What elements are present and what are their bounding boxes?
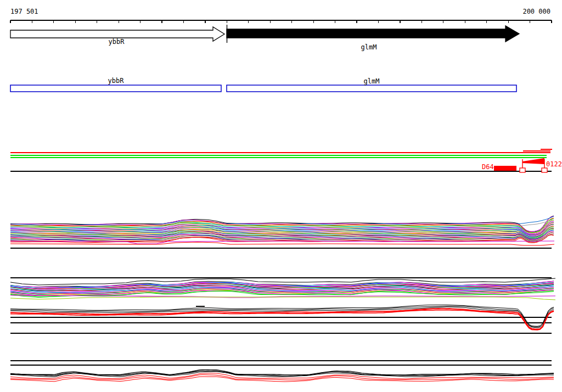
genome-comparison-view: 197 501 200 000 ybbR glmM ybbR glmM D64 … — [0, 0, 562, 392]
ruler-scale — [10, 20, 552, 23]
gene-arrow-label-glmM: glmM — [361, 43, 377, 51]
similarity-plot-upper — [10, 216, 554, 245]
gene-arrow-label-ybbR: ybbR — [109, 38, 125, 46]
feature-wedge[interactable] — [522, 158, 544, 164]
plot-line — [10, 371, 554, 376]
gene-box-label-ybbR: ybbR — [108, 77, 125, 85]
plot-extra-line — [10, 297, 555, 300]
gene-arrow-track — [10, 25, 519, 43]
annotation-track — [10, 149, 552, 172]
feature-label-d64: D64 — [482, 163, 494, 171]
feature-small-box[interactable] — [542, 168, 547, 172]
similarity-plots — [10, 216, 555, 382]
gene-box-track — [10, 85, 516, 92]
canvas: 197 501 200 000 ybbR glmM ybbR glmM D64 … — [0, 0, 562, 392]
plot-line — [10, 310, 554, 330]
gene-box-glmM[interactable] — [227, 85, 516, 92]
feature-box-d64[interactable] — [494, 166, 516, 171]
feature-small-box[interactable] — [520, 168, 525, 172]
ruler-end-label: 200 000 — [522, 8, 550, 15]
plot-line — [10, 306, 554, 327]
gene-box-label-glmM: glmM — [364, 77, 380, 85]
plot-extra-line — [10, 278, 555, 285]
gene-box-ybbR[interactable] — [10, 85, 221, 92]
similarity-plot-middle — [10, 278, 555, 300]
gene-arrow-glmM[interactable] — [227, 26, 519, 42]
similarity-plot-bottom — [10, 369, 554, 382]
plot-line — [10, 309, 554, 329]
ruler-start-label: 197 501 — [10, 8, 38, 15]
feature-label-clipped: 0122.l — [546, 160, 562, 168]
